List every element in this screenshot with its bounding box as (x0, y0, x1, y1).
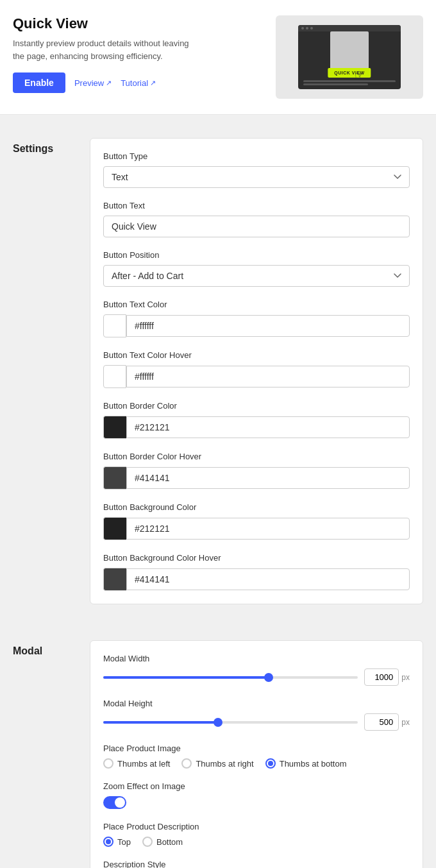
external-link-icon-2: ↗ (150, 79, 156, 87)
enable-button[interactable]: Enable (13, 72, 65, 93)
thumbs-bottom-option[interactable]: Thumbs at bottom (265, 758, 347, 769)
button-type-group: Button Type Text Icon Text + Icon (103, 151, 410, 188)
thumbs-left-label: Thumbs at left (117, 759, 170, 769)
button-position-label: Button Position (103, 250, 410, 260)
modal-width-unit: px (401, 673, 410, 682)
preview-line-2 (303, 83, 368, 85)
modal-width-thumb[interactable] (264, 673, 273, 682)
zoom-effect-knob (115, 797, 125, 808)
thumbs-bottom-radio-dot (268, 761, 273, 766)
modal-width-group: Modal Width px (103, 654, 410, 686)
desc-top-option[interactable]: Top (103, 837, 131, 847)
modal-width-fill (103, 676, 269, 679)
button-border-color-row (103, 416, 410, 439)
button-background-color-hover-input[interactable] (126, 568, 410, 590)
modal-width-label: Modal Width (103, 654, 410, 663)
thumbs-left-radio[interactable] (103, 758, 113, 769)
button-border-color-hover-group: Button Border Color Hover (103, 452, 410, 489)
button-text-color-hover-swatch[interactable] (103, 365, 126, 388)
desc-bottom-option[interactable]: Bottom (142, 837, 183, 847)
place-product-image-options: Thumbs at left Thumbs at right Thumbs at… (103, 758, 410, 769)
button-border-color-label: Button Border Color (103, 401, 410, 411)
thumbs-bottom-radio[interactable] (265, 758, 276, 769)
settings-panel: Button Type Text Icon Text + Icon Button… (90, 138, 423, 604)
button-background-color-hover-swatch[interactable] (103, 568, 126, 591)
modal-section: Modal Modal Width px Modal He (0, 627, 436, 868)
button-text-color-input[interactable] (126, 315, 410, 337)
preview-lines (303, 80, 396, 87)
button-border-color-hover-input[interactable] (126, 467, 410, 489)
preview-inner: QUICK VIEW ☞ (298, 25, 401, 89)
header-section: Quick View Instantly preview product det… (0, 0, 436, 115)
button-border-color-hover-swatch[interactable] (103, 466, 126, 489)
modal-width-track[interactable] (103, 676, 358, 679)
button-text-color-hover-group: Button Text Color Hover (103, 350, 410, 388)
place-product-desc-options: Top Bottom (103, 837, 410, 847)
preview-image: QUICK VIEW ☞ (276, 15, 423, 99)
browser-dot-3 (310, 27, 313, 30)
button-type-label: Button Type (103, 151, 410, 161)
button-border-color-hover-label: Button Border Color Hover (103, 452, 410, 461)
button-text-label: Button Text (103, 201, 410, 210)
place-product-desc-group: Place Product Description Top Bottom (103, 822, 410, 847)
modal-height-input-group: px (364, 713, 410, 731)
preview-line-1 (303, 80, 396, 82)
thumbs-right-option[interactable]: Thumbs at right (181, 758, 253, 769)
browser-dot-1 (301, 27, 304, 30)
modal-height-thumb[interactable] (214, 718, 222, 727)
header-description: Instantly preview product details withou… (13, 37, 192, 62)
modal-height-track[interactable] (103, 721, 358, 724)
button-type-select[interactable]: Text Icon Text + Icon (103, 166, 410, 188)
button-background-color-row (103, 517, 410, 540)
modal-height-input[interactable] (364, 713, 399, 731)
external-link-icon: ↗ (106, 79, 112, 87)
thumbs-bottom-label: Thumbs at bottom (280, 759, 347, 769)
place-product-image-group: Place Product Image Thumbs at left Thumb… (103, 744, 410, 769)
button-border-color-group: Button Border Color (103, 401, 410, 439)
button-border-color-input[interactable] (126, 416, 410, 438)
button-text-input[interactable] (103, 216, 410, 237)
button-position-select[interactable]: Before - Add to Cart After - Add to Cart… (103, 265, 410, 287)
button-text-color-row (103, 314, 410, 337)
modal-label: Modal (13, 640, 77, 657)
preview-link[interactable]: Preview ↗ (74, 78, 112, 88)
modal-panel: Modal Width px Modal Height (90, 640, 423, 868)
zoom-effect-group: Zoom Effect on Image (103, 781, 410, 809)
button-text-color-swatch[interactable] (103, 314, 126, 337)
description-style-label: Description Style (103, 860, 410, 868)
thumbs-left-option[interactable]: Thumbs at left (103, 758, 170, 769)
page-title: Quick View (13, 15, 263, 32)
button-text-color-hover-input[interactable] (126, 366, 410, 387)
modal-width-input-group: px (364, 668, 410, 686)
modal-width-input[interactable] (364, 668, 399, 686)
modal-height-group: Modal Height px (103, 699, 410, 731)
header-actions: Enable Preview ↗ Tutorial ↗ (13, 72, 263, 93)
modal-width-slider-row: px (103, 668, 410, 686)
tutorial-link[interactable]: Tutorial ↗ (121, 78, 156, 88)
desc-bottom-label: Bottom (156, 837, 183, 847)
desc-bottom-radio[interactable] (142, 837, 153, 847)
button-text-color-label: Button Text Color (103, 300, 410, 309)
zoom-effect-toggle[interactable] (103, 796, 126, 809)
button-background-color-input[interactable] (126, 518, 410, 540)
desc-top-radio-dot (106, 839, 111, 844)
button-background-color-label: Button Background Color (103, 502, 410, 512)
button-text-color-group: Button Text Color (103, 300, 410, 337)
button-text-group: Button Text (103, 201, 410, 237)
modal-height-fill (103, 721, 218, 724)
thumbs-right-radio[interactable] (181, 758, 192, 769)
browser-bar (298, 25, 401, 31)
header-left: Quick View Instantly preview product det… (13, 15, 263, 93)
desc-top-label: Top (117, 837, 131, 847)
description-style-group: Description Style Full Description Short… (103, 860, 410, 868)
button-background-color-swatch[interactable] (103, 517, 126, 540)
preview-qv-button: QUICK VIEW (328, 68, 371, 78)
button-border-color-swatch[interactable] (103, 416, 126, 439)
button-position-group: Button Position Before - Add to Cart Aft… (103, 250, 410, 287)
place-product-image-label: Place Product Image (103, 744, 410, 753)
desc-top-radio[interactable] (103, 837, 113, 847)
button-border-color-hover-row (103, 466, 410, 489)
place-product-desc-label: Place Product Description (103, 822, 410, 831)
modal-height-label: Modal Height (103, 699, 410, 708)
settings-section: Settings Button Type Text Icon Text + Ic… (0, 125, 436, 617)
